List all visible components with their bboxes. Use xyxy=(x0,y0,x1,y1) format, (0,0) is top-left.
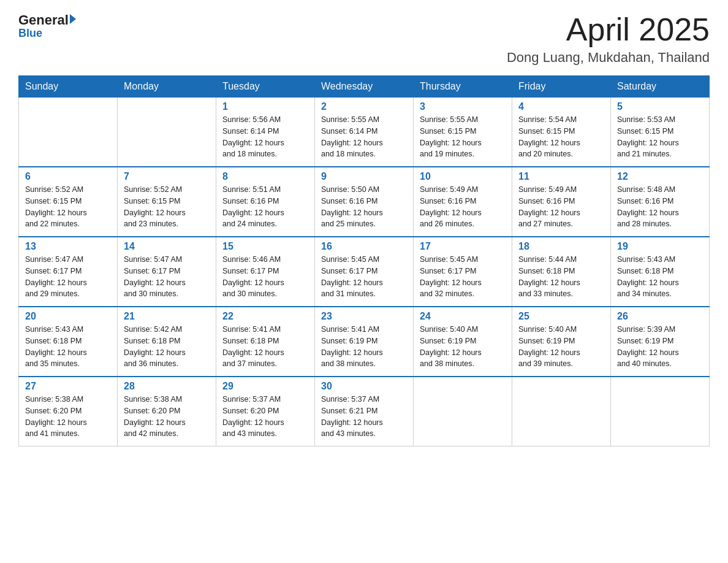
day-info: Sunrise: 5:47 AMSunset: 6:17 PMDaylight:… xyxy=(124,254,210,300)
logo-general: General xyxy=(18,12,69,28)
page-header: General Blue April 2025 Dong Luang, Mukd… xyxy=(18,12,710,66)
calendar-title: April 2025 xyxy=(507,12,710,47)
calendar-cell: 11Sunrise: 5:49 AMSunset: 6:16 PMDayligh… xyxy=(512,167,611,237)
calendar-cell: 25Sunrise: 5:40 AMSunset: 6:19 PMDayligh… xyxy=(512,307,611,377)
day-number: 1 xyxy=(222,101,308,112)
calendar-cell: 24Sunrise: 5:40 AMSunset: 6:19 PMDayligh… xyxy=(414,307,512,377)
day-number: 24 xyxy=(420,311,506,322)
calendar-cell: 13Sunrise: 5:47 AMSunset: 6:17 PMDayligh… xyxy=(19,237,118,307)
day-info: Sunrise: 5:53 AMSunset: 6:15 PMDaylight:… xyxy=(617,114,703,160)
calendar-cell: 3Sunrise: 5:55 AMSunset: 6:15 PMDaylight… xyxy=(414,98,512,167)
calendar-cell: 16Sunrise: 5:45 AMSunset: 6:17 PMDayligh… xyxy=(315,237,414,307)
day-info: Sunrise: 5:52 AMSunset: 6:15 PMDaylight:… xyxy=(25,184,111,230)
day-number: 26 xyxy=(617,311,703,322)
day-number: 8 xyxy=(222,171,308,182)
calendar-cell xyxy=(611,377,710,446)
calendar-header-row: SundayMondayTuesdayWednesdayThursdayFrid… xyxy=(19,76,710,98)
column-header-monday: Monday xyxy=(118,76,216,98)
day-number: 14 xyxy=(124,241,210,252)
day-number: 7 xyxy=(124,171,210,182)
day-info: Sunrise: 5:38 AMSunset: 6:20 PMDaylight:… xyxy=(25,394,111,440)
day-number: 28 xyxy=(124,381,210,392)
calendar-cell: 2Sunrise: 5:55 AMSunset: 6:14 PMDaylight… xyxy=(315,98,414,167)
calendar-cell: 14Sunrise: 5:47 AMSunset: 6:17 PMDayligh… xyxy=(118,237,216,307)
day-info: Sunrise: 5:40 AMSunset: 6:19 PMDaylight:… xyxy=(420,324,506,370)
day-number: 30 xyxy=(321,381,407,392)
column-header-friday: Friday xyxy=(512,76,611,98)
calendar-cell: 10Sunrise: 5:49 AMSunset: 6:16 PMDayligh… xyxy=(414,167,512,237)
day-info: Sunrise: 5:54 AMSunset: 6:15 PMDaylight:… xyxy=(518,114,604,160)
day-number: 20 xyxy=(25,311,111,322)
day-info: Sunrise: 5:49 AMSunset: 6:16 PMDaylight:… xyxy=(420,184,506,230)
calendar-cell: 27Sunrise: 5:38 AMSunset: 6:20 PMDayligh… xyxy=(19,377,118,446)
calendar-week-row: 6Sunrise: 5:52 AMSunset: 6:15 PMDaylight… xyxy=(19,167,710,237)
day-number: 4 xyxy=(518,101,604,112)
day-info: Sunrise: 5:41 AMSunset: 6:19 PMDaylight:… xyxy=(321,324,407,370)
calendar-cell: 20Sunrise: 5:43 AMSunset: 6:18 PMDayligh… xyxy=(19,307,118,377)
calendar-cell: 19Sunrise: 5:43 AMSunset: 6:18 PMDayligh… xyxy=(611,237,710,307)
day-info: Sunrise: 5:43 AMSunset: 6:18 PMDaylight:… xyxy=(25,324,111,370)
day-info: Sunrise: 5:43 AMSunset: 6:18 PMDaylight:… xyxy=(617,254,703,300)
calendar-cell xyxy=(414,377,512,446)
column-header-tuesday: Tuesday xyxy=(216,76,315,98)
day-info: Sunrise: 5:45 AMSunset: 6:17 PMDaylight:… xyxy=(420,254,506,300)
day-number: 3 xyxy=(420,101,506,112)
calendar-cell: 22Sunrise: 5:41 AMSunset: 6:18 PMDayligh… xyxy=(216,307,315,377)
day-info: Sunrise: 5:39 AMSunset: 6:19 PMDaylight:… xyxy=(617,324,703,370)
day-number: 11 xyxy=(518,171,604,182)
logo-text: General xyxy=(18,12,76,28)
day-info: Sunrise: 5:41 AMSunset: 6:18 PMDaylight:… xyxy=(222,324,308,370)
day-info: Sunrise: 5:45 AMSunset: 6:17 PMDaylight:… xyxy=(321,254,407,300)
calendar-table: SundayMondayTuesdayWednesdayThursdayFrid… xyxy=(18,75,710,446)
day-info: Sunrise: 5:47 AMSunset: 6:17 PMDaylight:… xyxy=(25,254,111,300)
column-header-wednesday: Wednesday xyxy=(315,76,414,98)
day-info: Sunrise: 5:46 AMSunset: 6:17 PMDaylight:… xyxy=(222,254,308,300)
day-info: Sunrise: 5:37 AMSunset: 6:20 PMDaylight:… xyxy=(222,394,308,440)
day-info: Sunrise: 5:44 AMSunset: 6:18 PMDaylight:… xyxy=(518,254,604,300)
day-number: 5 xyxy=(617,101,703,112)
calendar-cell: 23Sunrise: 5:41 AMSunset: 6:19 PMDayligh… xyxy=(315,307,414,377)
calendar-cell: 1Sunrise: 5:56 AMSunset: 6:14 PMDaylight… xyxy=(216,98,315,167)
calendar-cell: 18Sunrise: 5:44 AMSunset: 6:18 PMDayligh… xyxy=(512,237,611,307)
calendar-cell: 4Sunrise: 5:54 AMSunset: 6:15 PMDaylight… xyxy=(512,98,611,167)
day-number: 12 xyxy=(617,171,703,182)
calendar-cell: 30Sunrise: 5:37 AMSunset: 6:21 PMDayligh… xyxy=(315,377,414,446)
day-info: Sunrise: 5:37 AMSunset: 6:21 PMDaylight:… xyxy=(321,394,407,440)
day-number: 10 xyxy=(420,171,506,182)
day-info: Sunrise: 5:49 AMSunset: 6:16 PMDaylight:… xyxy=(518,184,604,230)
calendar-cell: 7Sunrise: 5:52 AMSunset: 6:15 PMDaylight… xyxy=(118,167,216,237)
calendar-week-row: 27Sunrise: 5:38 AMSunset: 6:20 PMDayligh… xyxy=(19,377,710,446)
calendar-subtitle: Dong Luang, Mukdahan, Thailand xyxy=(507,50,710,66)
calendar-cell: 15Sunrise: 5:46 AMSunset: 6:17 PMDayligh… xyxy=(216,237,315,307)
day-number: 27 xyxy=(25,381,111,392)
calendar-cell: 6Sunrise: 5:52 AMSunset: 6:15 PMDaylight… xyxy=(19,167,118,237)
day-number: 6 xyxy=(25,171,111,182)
title-block: April 2025 Dong Luang, Mukdahan, Thailan… xyxy=(507,12,710,66)
day-number: 21 xyxy=(124,311,210,322)
calendar-cell: 29Sunrise: 5:37 AMSunset: 6:20 PMDayligh… xyxy=(216,377,315,446)
day-number: 16 xyxy=(321,241,407,252)
calendar-week-row: 1Sunrise: 5:56 AMSunset: 6:14 PMDaylight… xyxy=(19,98,710,167)
day-number: 19 xyxy=(617,241,703,252)
logo-arrow xyxy=(70,14,76,24)
day-number: 17 xyxy=(420,241,506,252)
calendar-cell xyxy=(512,377,611,446)
calendar-week-row: 13Sunrise: 5:47 AMSunset: 6:17 PMDayligh… xyxy=(19,237,710,307)
calendar-cell: 5Sunrise: 5:53 AMSunset: 6:15 PMDaylight… xyxy=(611,98,710,167)
day-number: 15 xyxy=(222,241,308,252)
calendar-week-row: 20Sunrise: 5:43 AMSunset: 6:18 PMDayligh… xyxy=(19,307,710,377)
logo-blue: Blue xyxy=(18,27,42,40)
day-number: 9 xyxy=(321,171,407,182)
column-header-saturday: Saturday xyxy=(611,76,710,98)
column-header-sunday: Sunday xyxy=(19,76,118,98)
day-info: Sunrise: 5:50 AMSunset: 6:16 PMDaylight:… xyxy=(321,184,407,230)
calendar-cell: 12Sunrise: 5:48 AMSunset: 6:16 PMDayligh… xyxy=(611,167,710,237)
day-number: 18 xyxy=(518,241,604,252)
day-number: 29 xyxy=(222,381,308,392)
calendar-cell: 26Sunrise: 5:39 AMSunset: 6:19 PMDayligh… xyxy=(611,307,710,377)
calendar-cell: 21Sunrise: 5:42 AMSunset: 6:18 PMDayligh… xyxy=(118,307,216,377)
day-info: Sunrise: 5:55 AMSunset: 6:14 PMDaylight:… xyxy=(321,114,407,160)
calendar-cell xyxy=(118,98,216,167)
calendar-cell: 8Sunrise: 5:51 AMSunset: 6:16 PMDaylight… xyxy=(216,167,315,237)
calendar-cell: 28Sunrise: 5:38 AMSunset: 6:20 PMDayligh… xyxy=(118,377,216,446)
